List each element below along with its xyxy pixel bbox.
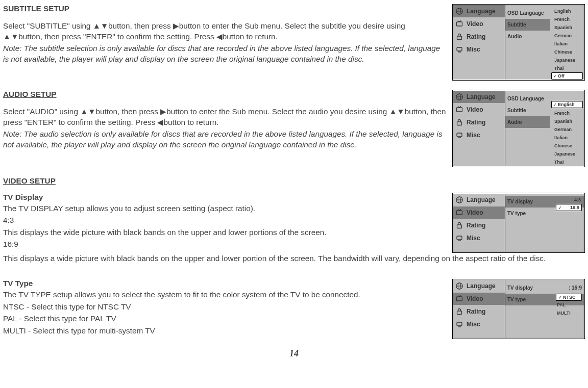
sub-subtitle: Subtitle (505, 19, 550, 31)
opt-multi: MULTI (555, 309, 583, 317)
misc-icon (455, 234, 463, 242)
opt-german: German (550, 32, 584, 40)
tv-display-l1: The TV DISPLAY setup allows you to adjus… (3, 203, 446, 214)
opt-italian: Italian (550, 40, 584, 48)
tv-type-l3: PAL - Select this type for PAL TV (3, 313, 446, 324)
lock-icon (455, 221, 463, 229)
opt-japanese: Japanese (550, 56, 584, 64)
lock-icon (455, 307, 463, 316)
sub-osd-language: OSD Language (505, 7, 550, 19)
opt-thai: Thai (550, 158, 584, 166)
para-subtitle-instructions: Select "SUBTITLE" using ▲▼button, then p… (3, 20, 446, 42)
tv-icon (455, 20, 463, 28)
opt-english-selected: ✓English (551, 101, 583, 108)
tv-display-l4: 16:9 (3, 239, 446, 249)
globe-icon (455, 93, 463, 101)
para-audio-instructions: Select "AUDIO" using ▲▼button, then pres… (3, 106, 446, 128)
opt-43: 4:3 (555, 196, 583, 204)
note-audio: Note: The audio selection is only availa… (3, 129, 446, 150)
opt-ntsc-selected: ✓NTSC (556, 294, 582, 301)
opt-japanese: Japanese (550, 150, 584, 158)
tv-icon (455, 209, 463, 217)
tv-type-l4: MULTI - Select this type for multi-syste… (3, 325, 446, 336)
cat-rating: Rating (453, 31, 505, 43)
opt-french: French (550, 109, 584, 117)
check-icon: ✓ (553, 74, 557, 79)
cat-rating: Rating (453, 219, 505, 232)
heading-subtitle-setup: SUBTITLE SETUP (3, 4, 446, 13)
cat-video: Video (453, 104, 505, 116)
opt-chinese: Chinese (550, 48, 584, 56)
cat-language: Language (453, 5, 505, 18)
osd-subtitle-panel: Language Video Rating Misc (452, 4, 585, 81)
cat-video: Video (453, 18, 505, 31)
subheading-tv-display: TV Display (3, 193, 446, 202)
cat-language: Language (453, 194, 505, 206)
tv-display-l3: This displays the wide picture with blac… (3, 227, 446, 238)
misc-icon (455, 320, 463, 328)
cat-misc: Misc (453, 318, 505, 331)
note-subtitle: Note: The subtitle selection is only ava… (3, 43, 446, 64)
misc-icon (455, 131, 463, 139)
cat-video: Video (453, 206, 505, 219)
tv-icon (455, 106, 463, 114)
opt-french: French (550, 15, 584, 23)
sub-audio: Audio (505, 31, 550, 42)
check-icon: ✓ (553, 102, 557, 107)
page-number: 14 (3, 348, 585, 359)
opt-spanish: Spanish (550, 23, 584, 32)
tv-display-l2: 4:3 (3, 215, 446, 225)
cat-rating: Rating (453, 305, 505, 318)
opt-pal: PAL (555, 301, 583, 309)
opt-spanish: Spanish (550, 117, 584, 125)
cat-misc: Misc (453, 232, 505, 245)
cat-video: Video (453, 293, 505, 305)
globe-icon (455, 7, 463, 15)
opt-german: German (550, 125, 584, 134)
sub-audio: Audio (505, 116, 550, 128)
globe-icon (455, 282, 463, 290)
osd-tv-type-panel: Language Video Rating Misc (452, 279, 585, 339)
sub-subtitle: Subtitle (505, 105, 550, 116)
cat-misc: Misc (453, 129, 505, 142)
tv-type-l1: The TV TYPE setup allows you to select t… (3, 289, 446, 300)
cat-rating: Rating (453, 116, 505, 129)
tv-type-l2: NTSC - Select this type for NTSC TV (3, 301, 446, 312)
cat-language: Language (453, 280, 505, 293)
globe-icon (455, 196, 463, 204)
heading-video-setup: VIDEO SETUP (3, 176, 585, 186)
opt-english: English (550, 7, 584, 15)
cat-language: Language (453, 91, 505, 104)
opt-italian: Italian (550, 134, 584, 142)
tv-display-l5: This displays a wide picture with black … (3, 253, 585, 264)
vidrow-tv-display: TV display : 16:9 (505, 282, 584, 294)
sub-osd-language: OSD Language (505, 93, 550, 105)
misc-icon (455, 45, 463, 54)
check-icon: ✓ (558, 295, 562, 300)
osd-audio-panel: Language Video Rating Misc (452, 90, 585, 167)
lock-icon (455, 118, 463, 126)
lock-icon (455, 33, 463, 41)
opt-off-selected: ✓Off (551, 72, 583, 80)
opt-169-selected: ✓16:9 (556, 204, 582, 211)
check-icon: ✓ (558, 205, 562, 210)
tv-icon (455, 295, 463, 303)
opt-thai: Thai (550, 64, 584, 72)
cat-misc: Misc (453, 43, 505, 56)
osd-tv-display-panel: Language Video Rating Misc (452, 193, 585, 253)
subheading-tv-type: TV Type (3, 279, 446, 288)
heading-audio-setup: AUDIO SETUP (3, 90, 446, 99)
opt-chinese: Chinese (550, 142, 584, 150)
